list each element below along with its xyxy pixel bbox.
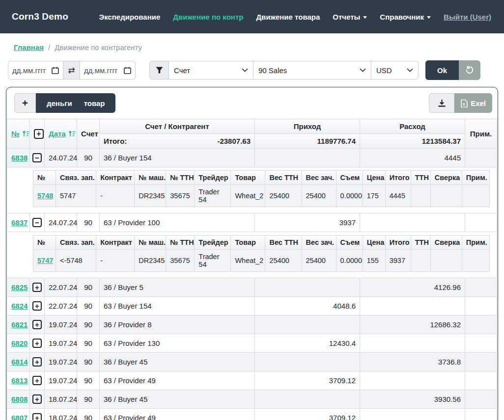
- detail-cell: 5747: [56, 185, 96, 207]
- chevron-down-icon: [363, 16, 367, 19]
- detail-column-header: Вес зач.: [302, 236, 336, 250]
- row-id-cell: 6813: [7, 371, 30, 390]
- collapse-row-icon[interactable]: −: [32, 153, 42, 162]
- row-id-link[interactable]: 6824: [11, 302, 28, 310]
- row-id-cell: 6838: [7, 149, 30, 167]
- row-id-link[interactable]: 6825: [11, 283, 28, 291]
- expand-row-icon[interactable]: +: [32, 320, 42, 329]
- excel-button-label: Exel: [471, 99, 486, 107]
- detail-id-link[interactable]: 5748: [37, 192, 53, 200]
- detail-column-header: Съем: [336, 171, 363, 185]
- navbar: Corn3 Demo ЭкспедированиеДвижение по кон…: [0, 0, 504, 33]
- detail-cell: [411, 185, 430, 207]
- collapse-row-icon[interactable]: −: [32, 218, 42, 227]
- detail-column-header: № маш.: [135, 171, 166, 185]
- filter-button[interactable]: [149, 61, 169, 79]
- row-account-cell: 90: [77, 334, 100, 353]
- column-header-account: Счет: [77, 119, 100, 149]
- sort-by-date-link[interactable]: Дата: [49, 130, 76, 138]
- row-expense-cell: 4445: [360, 149, 465, 167]
- date-to-input[interactable]: дд.мм.гггг: [80, 61, 136, 79]
- row-counterparty-cell: 36 / Buyer 154: [100, 149, 255, 167]
- expand-row-icon[interactable]: +: [32, 283, 42, 292]
- account-select[interactable]: Счет: [169, 61, 253, 79]
- row-id-link[interactable]: 6807: [11, 414, 28, 420]
- nav-item[interactable]: Справочник: [380, 13, 431, 21]
- expand-row-icon[interactable]: +: [32, 394, 42, 404]
- detail-column-header: ТТН: [411, 171, 430, 185]
- swap-dates-button[interactable]: ⇄: [63, 61, 80, 79]
- breadcrumb-home-link[interactable]: Главная: [14, 43, 44, 52]
- column-header-num: №: [7, 119, 30, 149]
- row-counterparty-cell: 63 / Provider 130: [100, 334, 255, 353]
- row-id-cell: 6814: [7, 353, 30, 371]
- row-note-cell: [465, 353, 497, 371]
- detail-cell: 0.0000: [336, 185, 363, 207]
- expand-row-icon[interactable]: +: [32, 357, 42, 367]
- nav-item[interactable]: Экспедирование: [99, 13, 160, 21]
- expand-row-icon[interactable]: +: [32, 339, 42, 348]
- logout-link[interactable]: Выйти (User): [444, 13, 491, 21]
- excel-export-button[interactable]: x Exel: [454, 93, 492, 113]
- row-id-link[interactable]: 6813: [11, 376, 28, 385]
- breadcrumb-current: Движение по контрагенту: [55, 43, 142, 52]
- detail-cell: 3937: [385, 250, 411, 272]
- nav-item[interactable]: Движение по контр: [173, 13, 243, 21]
- detail-column-header: № маш.: [135, 236, 166, 250]
- nav-item[interactable]: Отчеты: [333, 13, 367, 21]
- row-expand-cell: +: [30, 315, 45, 334]
- column-header-expand: +: [30, 119, 45, 149]
- date-from-input[interactable]: дд.мм.гггг: [8, 61, 63, 79]
- totals-counterparty-cell: Итого:-23807.63: [100, 134, 255, 149]
- row-date-cell: 19.07.24: [45, 334, 77, 353]
- nav-item-label: Справочник: [380, 13, 424, 21]
- expand-all-icon[interactable]: +: [34, 129, 44, 139]
- row-note-cell: [465, 297, 497, 315]
- row-note-cell: [465, 371, 497, 390]
- row-id-link[interactable]: 6814: [11, 358, 28, 366]
- ok-button[interactable]: Ok: [425, 60, 459, 80]
- detail-column-header: №: [33, 236, 56, 250]
- sort-by-num-link[interactable]: №: [11, 130, 29, 138]
- date-to-placeholder: дд.мм.гггг: [84, 66, 117, 75]
- date-from-placeholder: дд.мм.гггг: [12, 66, 46, 75]
- dataset-select[interactable]: 90 Sales: [253, 61, 371, 79]
- app-brand: Corn3 Demo: [12, 11, 68, 22]
- detail-column-header: Контракт: [96, 171, 135, 185]
- row-id-link[interactable]: 6838: [11, 154, 28, 162]
- expand-row-icon[interactable]: +: [32, 301, 42, 311]
- mode-goods-button[interactable]: товар: [78, 99, 111, 107]
- row-id-link[interactable]: 6821: [11, 320, 28, 329]
- detail-row: №Связ. зап.Контракт№ маш.№ ТТНТрейдерТов…: [7, 167, 497, 213]
- row-income-cell: 12430.4: [255, 334, 360, 353]
- detail-cell: 25400: [265, 185, 302, 207]
- row-date-cell: 22.07.24: [45, 278, 77, 297]
- detail-cell: Trader 54: [195, 250, 231, 272]
- row-id-link[interactable]: 6820: [11, 339, 28, 347]
- reset-button[interactable]: [459, 60, 480, 80]
- mode-money-button[interactable]: деньги: [41, 99, 78, 107]
- row-account-cell: 90: [77, 297, 100, 315]
- row-income-cell: 3709.12: [255, 371, 360, 390]
- detail-row: №Связ. зап.Контракт№ маш.№ ТТНТрейдерТов…: [7, 232, 497, 278]
- add-record-button[interactable]: +: [14, 93, 36, 113]
- row-date-cell: 19.07.24: [45, 371, 77, 390]
- detail-column-header: Связ. зап.: [56, 171, 96, 185]
- content-panel: + деньги товар x Exel №: [6, 87, 498, 420]
- nav-item[interactable]: Движение товара: [256, 13, 320, 21]
- expand-row-icon[interactable]: +: [32, 376, 42, 385]
- detail-cell: [462, 250, 489, 272]
- totals-income-cell: 1189776.74: [255, 134, 360, 149]
- row-id-link[interactable]: 6837: [11, 218, 28, 227]
- detail-cell: DR2345: [135, 250, 166, 272]
- totals-expense-cell: 1213584.37: [360, 134, 465, 149]
- currency-select[interactable]: USD: [371, 61, 419, 79]
- expand-row-icon[interactable]: +: [32, 413, 42, 420]
- detail-id-link[interactable]: 5747: [37, 257, 53, 264]
- detail-cell: 0.0000: [336, 250, 363, 272]
- table-row: 6808+18.07.249036 / Buyer 453930.56: [7, 390, 497, 409]
- column-header-note: Прим.: [465, 119, 497, 149]
- row-id-link[interactable]: 6808: [11, 395, 28, 403]
- undo-icon: [465, 66, 474, 75]
- download-button[interactable]: [429, 93, 454, 113]
